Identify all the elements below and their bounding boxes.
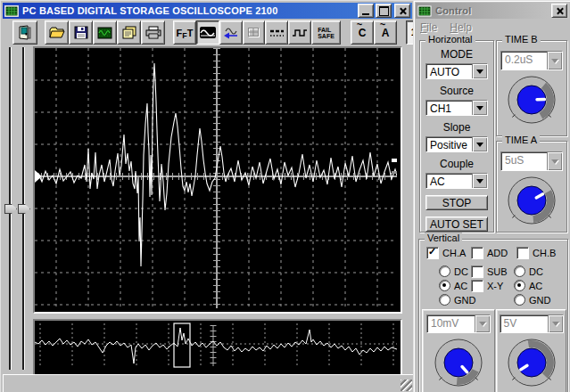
close-icon [556,7,564,15]
screen: PC BASED DIGITAL STORAGE OSCILLOSCOPE 21… [0,0,570,392]
ch-b-checkbox[interactable]: CH.B [516,247,556,259]
printer-icon [145,26,161,39]
toolbar: FFT [3,20,412,45]
couple-value: AC [426,174,472,188]
chevron-down-icon [551,59,558,67]
failsafe-button[interactable]: FAILSAFE [311,20,341,45]
checkbox-box[interactable] [471,280,483,292]
radio-circle[interactable] [439,280,450,291]
menu-bar: File Help [417,20,472,35]
calibrate-c-button[interactable]: ~C [351,20,374,45]
checkbox-box[interactable] [471,265,483,278]
scope-screen-icon [97,27,112,39]
tilde-a-icon: ~A [382,27,390,39]
mode-select[interactable]: AUTO [425,63,488,79]
ch-a-range-value: 10mV [427,315,475,332]
dropdown-button [547,152,562,170]
slope-value: Positive [426,137,472,151]
main-scope-display[interactable] [33,46,402,314]
add-checkbox[interactable]: ADD [471,247,508,259]
couple-select[interactable]: AC [425,173,488,189]
channel-a-position-slider[interactable] [4,47,16,370]
ch-b-gnd-radio[interactable]: GND [514,294,550,306]
ch-b-dc-radio[interactable]: DC [514,265,543,277]
print-button[interactable] [141,20,165,45]
right-edge-marker-2 [392,171,397,174]
checkbox-box[interactable] [471,247,483,259]
time-a-group-label: TIME A [502,135,540,145]
ch-b-gain-knob[interactable] [504,335,559,392]
overview-scope-display[interactable] [33,319,402,376]
radio-circle[interactable] [514,265,525,277]
dropdown-button[interactable] [472,137,487,151]
copy-notes-button[interactable] [117,20,141,45]
main-titlebar[interactable]: PC BASED DIGITAL STORAGE OSCILLOSCOPE 21… [3,3,412,19]
app-icon [4,5,19,17]
close-button[interactable] [394,4,410,18]
radio-circle[interactable] [514,280,525,291]
time-b-group: TIME B 0.2uS [496,40,567,136]
dropdown-button[interactable] [472,174,487,188]
resize-grip[interactable] [401,380,412,391]
ch-a-gnd-radio[interactable]: GND [439,294,475,306]
fft-button[interactable]: FFT [173,20,196,45]
failsafe-label-1: FAIL [318,27,335,33]
sub-checkbox[interactable]: SUB [471,265,508,278]
radio-circle[interactable] [514,294,525,306]
chevron-down-icon [476,69,483,78]
recall-wave-button[interactable] [219,20,243,45]
source-select[interactable]: CH1 [425,100,488,116]
dashed-line-icon [269,28,285,38]
ch-a-gain-knob[interactable] [431,335,486,392]
control-titlebar[interactable]: Control [416,3,569,19]
status-bar [3,374,414,392]
square-wave-icon [292,28,308,38]
exit-button[interactable] [12,20,37,45]
radio-circle[interactable] [439,265,450,277]
radio-circle[interactable] [439,294,450,306]
dropdown-button[interactable] [472,64,487,78]
minimize-button[interactable] [358,4,374,18]
capture-screen-button[interactable] [93,20,117,45]
menu-file[interactable]: File [420,21,437,34]
open-button[interactable] [45,20,69,45]
slider-thumb[interactable] [4,204,17,214]
dropdown-button[interactable] [472,101,487,115]
slider-thumb[interactable] [18,204,30,214]
line-style-button[interactable] [265,20,288,45]
checkbox-box[interactable] [426,247,439,259]
ch-a-checkbox[interactable]: CH.A [426,247,466,259]
close-icon [399,7,407,15]
trigger-level-marker[interactable] [35,170,42,183]
channel-b-position-slider[interactable] [18,47,29,370]
ch-b-ac-radio[interactable]: AC [514,280,542,291]
time-b-knob[interactable] [504,72,559,130]
oscilloscope-window: PC BASED DIGITAL STORAGE OSCILLOSCOPE 21… [0,0,415,392]
xy-checkbox[interactable]: X-Y [471,280,503,292]
menu-help[interactable]: Help [450,21,472,34]
mode-label: MODE [441,48,473,61]
control-icon [417,5,432,17]
dropdown-button [548,315,563,332]
time-a-knob[interactable] [504,173,559,231]
ch-a-ac-radio[interactable]: AC [439,280,467,291]
checkbox-box[interactable] [516,247,529,259]
slope-select[interactable]: Positive [425,136,488,152]
square-wave-button[interactable] [288,20,311,45]
save-button[interactable] [69,20,93,45]
floppy-disk-icon [74,26,88,39]
exit-door-icon [17,25,33,40]
sine-wave-icon [200,27,216,38]
ch-a-dc-radio[interactable]: DC [439,265,468,277]
horizontal-group: Horizontal MODE AUTO Source CH1 Slope Po… [419,40,494,233]
window-title: PC BASED DIGITAL STORAGE OSCILLOSCOPE 21… [22,5,356,16]
stop-button[interactable]: STOP [425,195,488,210]
time-b-group-label: TIME B [502,34,541,45]
waveform-display-button[interactable] [196,20,219,45]
ch-b-range-select: 5V [500,314,564,333]
control-close-button[interactable] [551,4,567,18]
calibrate-a-button[interactable]: ~A [374,20,397,45]
auto-set-button[interactable]: AUTO SET [425,216,488,232]
maximize-button[interactable] [376,4,392,18]
dropdown-button [475,315,490,332]
